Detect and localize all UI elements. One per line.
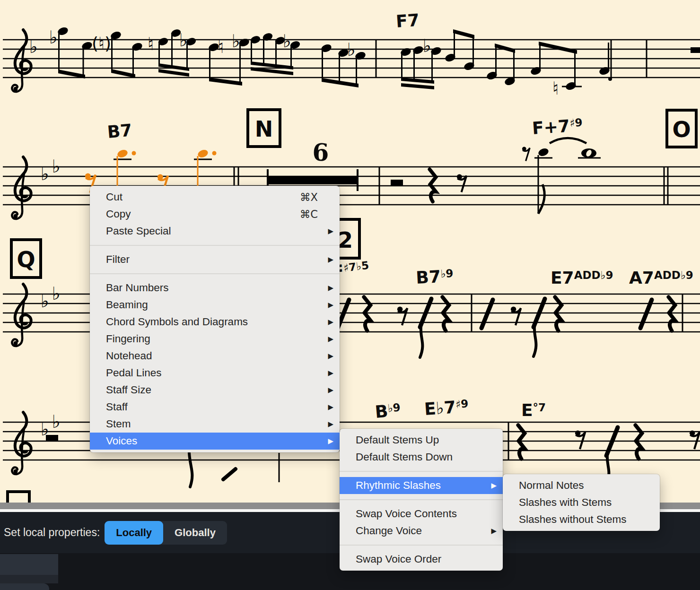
menu-item-label: Notehead	[106, 350, 152, 362]
menu-item-label: Filter	[106, 253, 130, 266]
panel-tab	[0, 583, 49, 590]
menu-separator	[340, 494, 503, 505]
menu-item-voices[interactable]: Voices ▶	[90, 433, 340, 450]
chord-symbol-E7addflat9[interactable]: E7ADD♭9	[551, 268, 613, 287]
submenu-arrow-icon: ▶	[328, 369, 333, 377]
flat-icon: ♭	[52, 411, 61, 432]
rehearsal-mark-N[interactable]: N	[248, 110, 280, 147]
menu-item-filter[interactable]: Filter ▶	[90, 251, 340, 268]
menu-item-label: Swap Voice Order	[356, 553, 441, 565]
panel-strip	[0, 575, 58, 583]
treble-clef-staff3	[12, 284, 31, 346]
menu-item-staff-size[interactable]: Staff Size ▶	[90, 382, 340, 399]
menu-item-label: Slashes with Stems	[519, 496, 612, 509]
svg-text:♭: ♭	[423, 35, 431, 56]
svg-text:O: O	[672, 117, 691, 142]
rehearsal-mark-Q[interactable]: Q	[11, 240, 41, 278]
menu-item-label: Normal Notes	[519, 479, 584, 492]
menu-item-label: Default Stems Down	[356, 451, 453, 463]
menu-item-rhythmic-slashes[interactable]: Rhythmic Slashes ▶	[340, 477, 503, 494]
shortcut-label: ⌘C	[300, 208, 318, 220]
flat-icon: ♭	[49, 27, 58, 48]
menu-item-paste-special[interactable]: Paste Special ▶	[90, 223, 340, 240]
menu-item-swap-voice-order[interactable]: Swap Voice Order	[340, 551, 503, 568]
menu-item-label: Paste Special	[106, 225, 171, 237]
submenu-arrow-icon: ▶	[328, 227, 333, 235]
menu-item-label: Swap Voice Contents	[356, 508, 457, 520]
submenu-arrow-icon: ▶	[328, 284, 333, 292]
flat-icon: ♭	[41, 164, 49, 184]
menu-item-staff[interactable]: Staff ▶	[90, 399, 340, 416]
menu-item-slashes-without-stems[interactable]: Slashes without Stems	[503, 511, 660, 528]
menu-item-label: Bar Numbers	[106, 282, 169, 294]
menu-item-label: Default Stems Up	[356, 434, 439, 446]
submenu-arrow-icon: ▶	[491, 527, 497, 535]
menu-item-label: Slashes without Stems	[519, 513, 627, 526]
menu-item-label: Copy	[106, 208, 131, 220]
menu-item-slashes-with-stems[interactable]: Slashes with Stems	[503, 494, 660, 511]
menu-item-label: Chord Symbols and Diagrams	[106, 316, 248, 328]
locally-globally-toggle: Locally Globally	[105, 521, 227, 545]
treble-clef-staff1	[12, 30, 31, 92]
voices-submenu: Default Stems Up Default Stems Down Rhyt…	[340, 429, 503, 571]
svg-text:♮: ♮	[218, 36, 224, 57]
submenu-arrow-icon: ▶	[328, 352, 333, 360]
flat-icon: ♭	[29, 36, 38, 57]
submenu-arrow-icon: ▶	[328, 255, 333, 264]
menu-item-bar-numbers[interactable]: Bar Numbers ▶	[90, 279, 340, 296]
menu-item-fingering[interactable]: Fingering ▶	[90, 330, 340, 347]
menu-separator	[90, 268, 340, 279]
svg-text:(♮): (♮)	[92, 34, 111, 53]
chord-symbol-A7addflat9[interactable]: A7ADD♭9	[629, 268, 693, 287]
submenu-arrow-icon: ▶	[328, 335, 333, 343]
chord-symbol-Bflat9[interactable]: B♭9	[374, 400, 402, 422]
menu-item-default-stems-down[interactable]: Default Stems Down	[340, 449, 503, 466]
panel-block	[0, 554, 58, 575]
svg-text:N: N	[255, 116, 273, 142]
treble-clef-staff2	[12, 157, 31, 219]
locally-button[interactable]: Locally	[105, 521, 163, 545]
svg-text:♭: ♭	[283, 31, 291, 52]
submenu-arrow-icon: ▶	[328, 437, 333, 445]
svg-text:♮: ♮	[552, 78, 559, 99]
submenu-arrow-icon: ▶	[328, 301, 333, 309]
globally-button[interactable]: Globally	[163, 521, 227, 545]
menu-item-notehead[interactable]: Notehead ▶	[90, 347, 340, 364]
menu-item-cut[interactable]: Cut ⌘X	[90, 189, 340, 206]
flat-icon: ♭	[41, 291, 49, 312]
svg-text:♮: ♮	[148, 34, 154, 54]
svg-text:Q: Q	[17, 247, 35, 272]
menu-item-copy[interactable]: Copy ⌘C	[90, 206, 340, 223]
menu-item-label: Rhythmic Slashes	[356, 479, 441, 492]
menu-item-normal-notes[interactable]: Normal Notes	[503, 477, 660, 494]
rehearsal-mark-O[interactable]: O	[667, 110, 696, 147]
multirest-count: 6	[313, 139, 329, 166]
submenu-arrow-icon: ▶	[328, 386, 333, 394]
chord-symbol-B7flat9[interactable]: B7♭9	[415, 266, 454, 287]
staff-1-notes[interactable]: (♮) ♮ ♭ ♮ ♭ ♭	[57, 26, 700, 99]
chord-symbol-F7[interactable]: F7	[395, 10, 420, 31]
menu-item-label: Beaming	[106, 299, 148, 311]
menu-item-label: Staff	[106, 401, 128, 413]
menu-separator	[90, 240, 340, 251]
menu-item-change-voice[interactable]: Change Voice ▶	[340, 522, 503, 539]
menu-item-label: Staff Size	[106, 384, 151, 396]
chord-symbol-B7[interactable]: B7	[106, 121, 133, 142]
flat-icon: ♭	[52, 156, 61, 177]
chord-symbol-Eflat7sharp9[interactable]: E♭7♯9	[424, 397, 469, 419]
menu-item-label: Voices	[106, 435, 137, 447]
menu-item-stem[interactable]: Stem ▶	[90, 416, 340, 433]
chord-symbol-Edim7[interactable]: E°7	[521, 400, 546, 420]
chord-symbol-Fplus7sharp9[interactable]: F+7♯9	[532, 115, 584, 138]
menu-item-swap-voice-contents[interactable]: Swap Voice Contents	[340, 505, 503, 522]
menu-separator	[340, 539, 503, 551]
menu-item-beaming[interactable]: Beaming ▶	[90, 296, 340, 313]
menu-item-chord-symbols-and-diagrams[interactable]: Chord Symbols and Diagrams ▶	[90, 313, 340, 330]
submenu-arrow-icon: ▶	[328, 420, 333, 428]
svg-text:2: 2	[338, 227, 353, 253]
svg-text:♭: ♭	[347, 39, 356, 60]
menu-item-default-stems-up[interactable]: Default Stems Up	[340, 432, 503, 449]
shortcut-label: ⌘X	[300, 191, 318, 203]
menu-item-label: Stem	[106, 418, 131, 430]
menu-item-pedal-lines[interactable]: Pedal Lines ▶	[90, 364, 340, 382]
